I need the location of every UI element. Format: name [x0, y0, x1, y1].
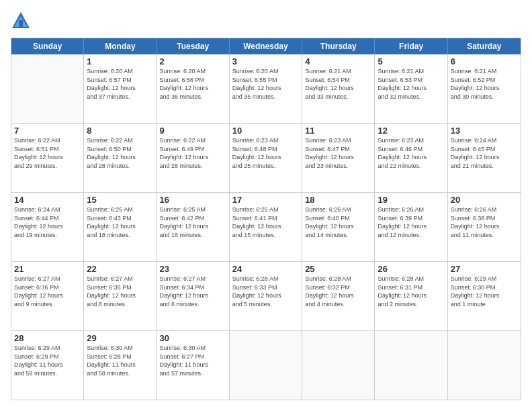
day-info: Sunrise: 6:20 AM Sunset: 6:55 PM Dayligh…	[232, 67, 299, 101]
calendar-header: SundayMondayTuesdayWednesdayThursdayFrid…	[11, 38, 521, 54]
day-info: Sunrise: 6:25 AM Sunset: 6:43 PM Dayligh…	[87, 205, 153, 239]
calendar-row: 14Sunrise: 6:24 AM Sunset: 6:44 PM Dayli…	[11, 192, 521, 261]
day-info: Sunrise: 6:24 AM Sunset: 6:45 PM Dayligh…	[451, 136, 518, 170]
header	[11, 11, 521, 31]
day-info: Sunrise: 6:23 AM Sunset: 6:48 PM Dayligh…	[232, 136, 299, 170]
weekday-header: Friday	[375, 38, 447, 54]
weekday-header: Thursday	[302, 38, 375, 54]
calendar-cell: 8Sunrise: 6:22 AM Sunset: 6:50 PM Daylig…	[84, 124, 157, 192]
calendar-cell: 18Sunrise: 6:26 AM Sunset: 6:40 PM Dayli…	[302, 193, 375, 261]
calendar-row: 21Sunrise: 6:27 AM Sunset: 6:36 PM Dayli…	[11, 261, 521, 330]
day-info: Sunrise: 6:25 AM Sunset: 6:42 PM Dayligh…	[160, 205, 226, 239]
calendar-cell: 6Sunrise: 6:21 AM Sunset: 6:52 PM Daylig…	[448, 54, 521, 123]
day-info: Sunrise: 6:24 AM Sunset: 6:44 PM Dayligh…	[14, 205, 81, 239]
weekday-header: Saturday	[448, 38, 521, 54]
day-info: Sunrise: 6:27 AM Sunset: 6:36 PM Dayligh…	[14, 275, 81, 308]
calendar-cell: 21Sunrise: 6:27 AM Sunset: 6:36 PM Dayli…	[11, 262, 84, 330]
day-info: Sunrise: 6:29 AM Sunset: 6:29 PM Dayligh…	[14, 344, 81, 377]
day-number: 27	[451, 264, 518, 274]
day-info: Sunrise: 6:22 AM Sunset: 6:51 PM Dayligh…	[14, 136, 81, 170]
day-number: 13	[451, 126, 518, 136]
calendar-cell: 7Sunrise: 6:22 AM Sunset: 6:51 PM Daylig…	[11, 124, 84, 192]
day-info: Sunrise: 6:30 AM Sunset: 6:28 PM Dayligh…	[87, 344, 153, 377]
day-number: 2	[160, 56, 226, 66]
day-number: 15	[87, 195, 153, 205]
logo	[11, 11, 34, 31]
calendar-cell: 12Sunrise: 6:23 AM Sunset: 6:46 PM Dayli…	[375, 124, 447, 192]
day-number: 24	[232, 264, 299, 274]
day-number: 22	[87, 264, 153, 274]
day-number: 6	[451, 56, 518, 66]
calendar-cell: 13Sunrise: 6:24 AM Sunset: 6:45 PM Dayli…	[448, 124, 521, 192]
calendar-row: 28Sunrise: 6:29 AM Sunset: 6:29 PM Dayli…	[11, 330, 521, 400]
day-number: 25	[305, 264, 371, 274]
day-info: Sunrise: 6:21 AM Sunset: 6:52 PM Dayligh…	[451, 67, 518, 101]
calendar-cell: 15Sunrise: 6:25 AM Sunset: 6:43 PM Dayli…	[84, 193, 157, 261]
svg-rect-2	[19, 20, 23, 27]
calendar-cell: 16Sunrise: 6:25 AM Sunset: 6:42 PM Dayli…	[157, 193, 230, 261]
calendar-cell: 25Sunrise: 6:28 AM Sunset: 6:32 PM Dayli…	[302, 262, 375, 330]
day-info: Sunrise: 6:29 AM Sunset: 6:30 PM Dayligh…	[451, 275, 518, 308]
calendar-cell: 14Sunrise: 6:24 AM Sunset: 6:44 PM Dayli…	[11, 193, 84, 261]
day-number: 8	[87, 126, 153, 136]
logo-icon	[11, 11, 31, 31]
day-number: 26	[378, 264, 444, 274]
weekday-header: Wednesday	[230, 38, 302, 54]
day-number: 29	[87, 333, 153, 343]
day-number: 11	[305, 126, 371, 136]
calendar-cell: 11Sunrise: 6:23 AM Sunset: 6:47 PM Dayli…	[302, 124, 375, 192]
calendar-cell: 30Sunrise: 6:30 AM Sunset: 6:27 PM Dayli…	[157, 331, 230, 400]
day-number: 7	[14, 126, 81, 136]
day-number: 12	[378, 126, 444, 136]
day-info: Sunrise: 6:27 AM Sunset: 6:35 PM Dayligh…	[87, 275, 153, 308]
weekday-header: Tuesday	[157, 38, 230, 54]
calendar-cell	[375, 331, 447, 400]
calendar-cell: 4Sunrise: 6:21 AM Sunset: 6:54 PM Daylig…	[302, 54, 375, 123]
day-number: 19	[378, 195, 444, 205]
calendar-cell: 5Sunrise: 6:21 AM Sunset: 6:53 PM Daylig…	[375, 54, 447, 123]
calendar-cell: 9Sunrise: 6:22 AM Sunset: 6:49 PM Daylig…	[157, 124, 230, 192]
calendar: SundayMondayTuesdayWednesdayThursdayFrid…	[11, 38, 521, 400]
calendar-cell: 3Sunrise: 6:20 AM Sunset: 6:55 PM Daylig…	[230, 54, 302, 123]
day-number: 14	[14, 195, 81, 205]
day-info: Sunrise: 6:22 AM Sunset: 6:49 PM Dayligh…	[160, 136, 226, 170]
calendar-cell	[230, 331, 302, 400]
day-number: 16	[160, 195, 226, 205]
calendar-cell: 19Sunrise: 6:26 AM Sunset: 6:39 PM Dayli…	[375, 193, 447, 261]
calendar-cell: 22Sunrise: 6:27 AM Sunset: 6:35 PM Dayli…	[84, 262, 157, 330]
calendar-cell	[11, 54, 84, 123]
calendar-cell: 10Sunrise: 6:23 AM Sunset: 6:48 PM Dayli…	[230, 124, 302, 192]
day-info: Sunrise: 6:21 AM Sunset: 6:54 PM Dayligh…	[305, 67, 371, 101]
calendar-cell: 26Sunrise: 6:28 AM Sunset: 6:31 PM Dayli…	[375, 262, 447, 330]
day-number: 3	[232, 56, 299, 66]
calendar-body: 1Sunrise: 6:20 AM Sunset: 6:57 PM Daylig…	[11, 54, 521, 400]
day-number: 5	[378, 56, 444, 66]
weekday-header: Monday	[84, 38, 157, 54]
day-info: Sunrise: 6:26 AM Sunset: 6:39 PM Dayligh…	[378, 205, 444, 239]
page: SundayMondayTuesdayWednesdayThursdayFrid…	[0, 0, 532, 411]
calendar-row: 1Sunrise: 6:20 AM Sunset: 6:57 PM Daylig…	[11, 54, 521, 123]
day-info: Sunrise: 6:27 AM Sunset: 6:34 PM Dayligh…	[160, 275, 226, 308]
day-number: 10	[232, 126, 299, 136]
day-info: Sunrise: 6:26 AM Sunset: 6:38 PM Dayligh…	[451, 205, 518, 239]
calendar-cell: 27Sunrise: 6:29 AM Sunset: 6:30 PM Dayli…	[448, 262, 521, 330]
day-info: Sunrise: 6:21 AM Sunset: 6:53 PM Dayligh…	[378, 67, 444, 101]
calendar-cell: 1Sunrise: 6:20 AM Sunset: 6:57 PM Daylig…	[84, 54, 157, 123]
calendar-cell	[448, 331, 521, 400]
day-info: Sunrise: 6:26 AM Sunset: 6:40 PM Dayligh…	[305, 205, 371, 239]
calendar-row: 7Sunrise: 6:22 AM Sunset: 6:51 PM Daylig…	[11, 123, 521, 192]
calendar-cell: 29Sunrise: 6:30 AM Sunset: 6:28 PM Dayli…	[84, 331, 157, 400]
calendar-cell: 2Sunrise: 6:20 AM Sunset: 6:56 PM Daylig…	[157, 54, 230, 123]
day-number: 4	[305, 56, 371, 66]
day-number: 28	[14, 333, 81, 343]
day-number: 9	[160, 126, 226, 136]
day-info: Sunrise: 6:20 AM Sunset: 6:56 PM Dayligh…	[160, 67, 226, 101]
day-number: 21	[14, 264, 81, 274]
day-info: Sunrise: 6:23 AM Sunset: 6:47 PM Dayligh…	[305, 136, 371, 170]
day-info: Sunrise: 6:30 AM Sunset: 6:27 PM Dayligh…	[160, 344, 226, 377]
day-info: Sunrise: 6:25 AM Sunset: 6:41 PM Dayligh…	[232, 205, 299, 239]
day-number: 17	[232, 195, 299, 205]
calendar-cell: 28Sunrise: 6:29 AM Sunset: 6:29 PM Dayli…	[11, 331, 84, 400]
day-info: Sunrise: 6:20 AM Sunset: 6:57 PM Dayligh…	[87, 67, 153, 101]
calendar-cell: 20Sunrise: 6:26 AM Sunset: 6:38 PM Dayli…	[448, 193, 521, 261]
